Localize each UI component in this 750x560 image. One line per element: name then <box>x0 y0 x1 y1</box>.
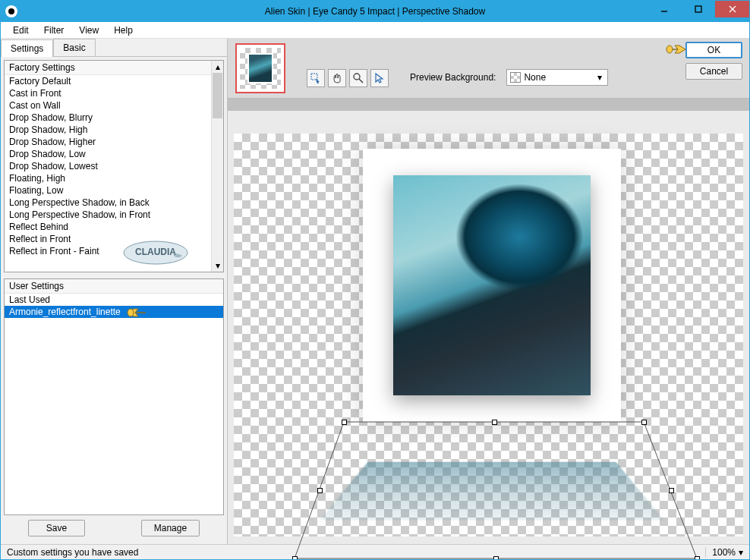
image-card <box>363 149 621 422</box>
factory-settings-list[interactable]: Factory Settings Factory Default Cast in… <box>4 60 224 272</box>
list-item[interactable]: Long Perspective Shadow, in Front <box>5 209 223 221</box>
list-item[interactable]: Drop Shadow, Blurry <box>5 112 223 124</box>
left-panel: Settings Basic Factory Settings Factory … <box>1 39 228 544</box>
zoom-tool-icon[interactable] <box>349 69 367 87</box>
preview-area[interactable] <box>228 111 749 544</box>
tab-basic[interactable]: Basic <box>53 39 95 56</box>
list-item-last-used[interactable]: Last Used <box>5 294 223 306</box>
scroll-thumb[interactable] <box>213 73 222 118</box>
svg-rect-1 <box>695 6 701 12</box>
window-title: Alien Skin | Eye Candy 5 Impact | Perspe… <box>265 6 485 17</box>
list-item[interactable]: Drop Shadow, Lowest <box>5 160 223 172</box>
preview-thumbnail[interactable] <box>235 43 285 93</box>
list-item[interactable]: Reflect in Front - Faint <box>5 245 223 257</box>
close-button[interactable] <box>715 1 749 17</box>
factory-header: Factory Settings <box>5 61 223 75</box>
list-item[interactable]: Reflect in Front <box>5 233 223 245</box>
transform-handle[interactable] <box>317 488 323 493</box>
user-header: User Settings <box>5 279 223 294</box>
transform-handle[interactable] <box>493 556 499 560</box>
save-button[interactable]: Save <box>28 520 85 536</box>
status-message: Custom settings you have saved <box>7 547 138 558</box>
transform-handle[interactable] <box>641 420 647 425</box>
menubar: Edit Filter View Help <box>1 22 749 39</box>
main-image <box>393 175 591 395</box>
maximize-button[interactable] <box>681 1 715 17</box>
transform-handle[interactable] <box>292 556 298 560</box>
scrollbar[interactable]: ▴ ▾ <box>211 61 223 272</box>
chevron-down-icon: ▾ <box>594 71 606 83</box>
tab-settings[interactable]: Settings <box>1 39 53 57</box>
preview-bg-label: Preview Background: <box>410 72 496 83</box>
list-item[interactable]: Long Perspective Shadow, in Back <box>5 197 223 209</box>
transform-handle[interactable] <box>695 556 700 560</box>
select-tool-icon[interactable] <box>307 69 325 87</box>
ok-button[interactable]: OK <box>685 42 742 58</box>
transparency-swatch-icon <box>510 72 521 83</box>
manage-button[interactable]: Manage <box>141 520 200 536</box>
svg-line-7 <box>359 79 363 83</box>
preview-toolbar: Preview Background: None ▾ <box>228 39 749 99</box>
transform-handle[interactable] <box>669 488 674 493</box>
list-item[interactable]: Cast on Wall <box>5 99 223 112</box>
arrow-tool-icon[interactable] <box>370 69 389 87</box>
list-item[interactable]: Reflect Behind <box>5 221 223 233</box>
cancel-button[interactable]: Cancel <box>685 63 742 80</box>
list-item[interactable]: Drop Shadow, Higher <box>5 136 223 148</box>
preview-bg-select[interactable]: None ▾ <box>506 69 608 86</box>
menu-edit[interactable]: Edit <box>5 23 36 38</box>
minimize-button[interactable] <box>647 1 681 17</box>
user-settings-list[interactable]: User Settings Last Used Armonie_reflectf… <box>4 278 224 515</box>
chevron-down-icon[interactable]: ▾ <box>739 547 743 558</box>
transform-handle[interactable] <box>492 420 497 425</box>
titlebar: Alien Skin | Eye Candy 5 Impact | Perspe… <box>1 1 749 22</box>
menu-help[interactable]: Help <box>106 23 140 38</box>
list-item[interactable]: Drop Shadow, High <box>5 124 223 136</box>
zoom-level: 100% <box>712 547 736 558</box>
svg-point-6 <box>354 74 360 80</box>
app-icon <box>5 5 17 17</box>
canvas[interactable] <box>234 134 743 536</box>
menu-view[interactable]: View <box>71 23 106 38</box>
list-item-selected[interactable]: Armonie_reflectfront_linette <box>5 306 223 318</box>
preview-bg-value: None <box>524 72 546 83</box>
list-item[interactable]: Cast in Front <box>5 87 223 99</box>
list-item[interactable]: Drop Shadow, Low <box>5 148 223 160</box>
reflection-transform-box[interactable] <box>302 414 682 560</box>
right-panel: Preview Background: None ▾ <box>228 39 749 544</box>
list-item[interactable]: Floating, High <box>5 172 223 184</box>
scroll-down-icon[interactable]: ▾ <box>212 260 223 272</box>
hand-tool-icon[interactable] <box>328 69 346 87</box>
divider-strip <box>228 99 749 111</box>
menu-filter[interactable]: Filter <box>36 23 72 38</box>
transform-handle[interactable] <box>342 420 347 425</box>
list-item[interactable]: Floating, Low <box>5 184 223 197</box>
scroll-up-icon[interactable]: ▴ <box>212 61 223 73</box>
transform-outline <box>302 414 682 560</box>
list-item[interactable]: Factory Default <box>5 75 223 87</box>
